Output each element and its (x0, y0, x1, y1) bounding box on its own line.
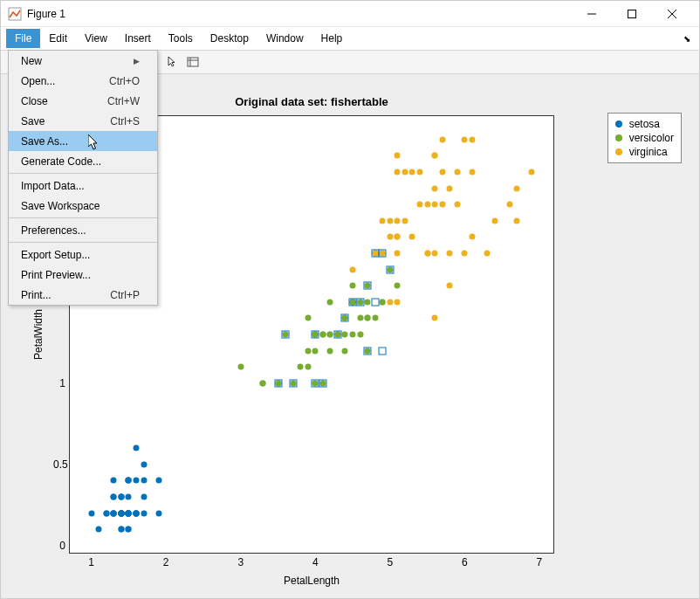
menu-view[interactable]: View (76, 29, 116, 48)
menubar-overflow-icon[interactable]: ⬊ (680, 34, 694, 44)
menu-item-new[interactable]: New▶ (9, 51, 157, 71)
menu-item-preferences[interactable]: Preferences... (9, 220, 157, 240)
menu-tools[interactable]: Tools (160, 29, 202, 48)
data-point-virginica (447, 185, 453, 191)
data-point-setosa (111, 493, 117, 499)
data-point-virginica (395, 251, 401, 257)
menu-item-save[interactable]: SaveCtrl+S (9, 111, 157, 131)
menu-item-close[interactable]: CloseCtrl+W (9, 91, 157, 111)
data-point-versicolor (305, 315, 311, 321)
pointer-tool-button[interactable] (161, 52, 182, 72)
data-point-setosa (141, 493, 147, 499)
data-point-virginica (432, 251, 438, 257)
legend-swatch (615, 148, 622, 155)
menu-item-print[interactable]: Print...Ctrl+P (9, 285, 157, 305)
data-point-versicolor (350, 332, 356, 338)
marker-square (379, 347, 387, 355)
data-point-virginica (491, 217, 498, 224)
data-point-versicolor (305, 348, 311, 354)
marker-square (282, 331, 290, 339)
x-tick: 4 (312, 556, 319, 568)
data-point-setosa (141, 461, 147, 467)
data-point-versicolor (327, 348, 333, 354)
menu-window[interactable]: Window (257, 29, 312, 48)
menu-file[interactable]: File (6, 29, 40, 48)
legend[interactable]: setosaversicolorvirginica (607, 113, 682, 163)
menu-item-import-data[interactable]: Import Data... (9, 176, 157, 196)
data-point-setosa (126, 493, 132, 499)
data-point-virginica (401, 169, 408, 176)
minimize-button[interactable] (572, 1, 612, 27)
data-point-setosa (155, 478, 161, 484)
marker-square (333, 331, 341, 339)
menu-item-generate-code[interactable]: Generate Code... (9, 151, 157, 171)
data-point-setosa (96, 527, 102, 533)
marker-square (364, 347, 372, 355)
y-tick: 0 (53, 540, 65, 552)
data-point-virginica (432, 315, 438, 321)
legend-label: virginica (629, 146, 668, 158)
marker-square (364, 282, 372, 290)
menu-help[interactable]: Help (312, 29, 352, 48)
data-point-setosa (103, 510, 109, 516)
data-point-versicolor (319, 332, 326, 338)
legend-swatch (615, 134, 622, 141)
data-point-virginica (424, 202, 430, 208)
data-point-setosa (126, 478, 132, 484)
menu-edit[interactable]: Edit (40, 29, 76, 48)
menu-insert[interactable]: Insert (116, 29, 160, 48)
data-point-versicolor (305, 364, 311, 370)
maximize-button[interactable] (612, 1, 652, 27)
menu-item-save-as[interactable]: Save As... (9, 131, 157, 151)
legend-item-setosa[interactable]: setosa (615, 117, 674, 131)
close-button[interactable] (652, 1, 692, 27)
menu-desktop[interactable]: Desktop (202, 29, 257, 48)
menubar: FileEditViewInsertToolsDesktopWindowHelp… (1, 27, 699, 50)
window-title: Figure 1 (27, 8, 572, 20)
data-point-versicolor (327, 299, 333, 305)
data-point-virginica (432, 202, 438, 208)
menu-item-save-workspace[interactable]: Save Workspace (9, 196, 157, 216)
data-point-versicolor (237, 364, 244, 370)
marker-square (319, 379, 326, 387)
data-point-virginica (417, 169, 423, 176)
data-point-virginica (529, 169, 535, 176)
app-icon (8, 7, 22, 21)
legend-label: setosa (629, 118, 660, 130)
data-point-setosa (133, 478, 139, 484)
marker-square (371, 298, 379, 306)
titlebar: Figure 1 (1, 1, 699, 27)
data-point-virginica (395, 217, 401, 224)
x-tick: 3 (237, 556, 244, 568)
menu-item-open[interactable]: Open...Ctrl+O (9, 71, 157, 91)
data-point-setosa (111, 510, 117, 516)
data-point-versicolor (312, 348, 319, 354)
data-point-versicolor (342, 332, 348, 338)
data-point-virginica (409, 169, 415, 176)
data-point-virginica (395, 234, 401, 240)
data-point-virginica (454, 169, 460, 176)
menu-item-export-setup[interactable]: Export Setup... (9, 244, 157, 265)
y-tick: 0.5 (53, 458, 65, 471)
data-point-virginica (395, 153, 401, 159)
marker-square (371, 250, 379, 258)
legend-item-virginica[interactable]: virginica (615, 145, 674, 159)
data-point-virginica (380, 217, 386, 224)
insert-tool-button[interactable] (182, 52, 203, 72)
data-point-setosa (133, 510, 139, 516)
data-point-versicolor (365, 299, 371, 305)
data-point-virginica (514, 217, 520, 224)
data-point-setosa (118, 527, 124, 533)
data-point-versicolor (357, 315, 363, 321)
data-point-virginica (350, 266, 356, 272)
menu-separator (9, 173, 157, 174)
data-point-virginica (387, 217, 393, 224)
legend-item-versicolor[interactable]: versicolor (615, 131, 674, 145)
data-point-setosa (155, 510, 161, 516)
svg-rect-2 (628, 10, 636, 17)
menu-item-print-preview[interactable]: Print Preview... (9, 265, 157, 285)
data-point-virginica (439, 136, 445, 142)
marker-square (341, 314, 349, 322)
data-point-versicolor (327, 332, 333, 338)
y-tick: 1 (53, 377, 65, 389)
